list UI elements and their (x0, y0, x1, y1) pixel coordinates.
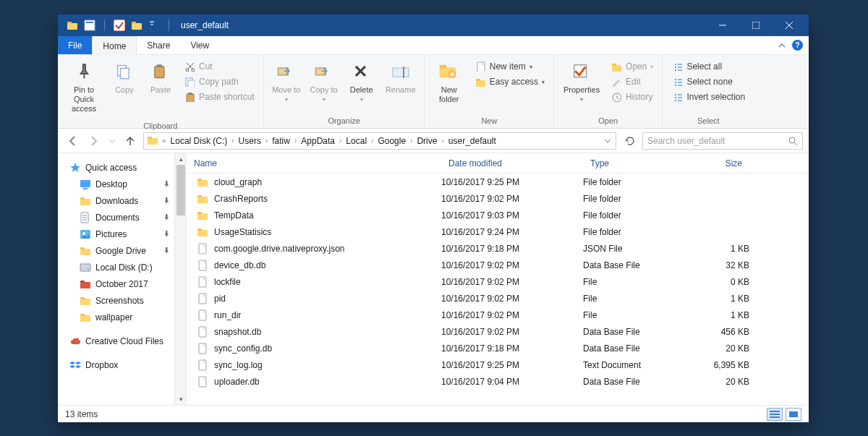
close-button[interactable] (773, 14, 806, 36)
sidebar-scrollbar[interactable]: ▴ ▾ (174, 153, 186, 405)
scroll-down-icon[interactable]: ▾ (175, 393, 187, 405)
properties-button[interactable]: Properties▾ (560, 58, 603, 106)
breadcrumb-segment[interactable]: fatiw (268, 136, 294, 146)
collapse-ribbon-icon[interactable] (778, 41, 786, 50)
scroll-thumb[interactable] (176, 165, 185, 215)
copy-button[interactable]: Copy (109, 58, 140, 98)
new-item-button[interactable]: New item ▾ (472, 59, 548, 74)
titlebar[interactable]: user_default (58, 14, 809, 36)
sidebar-item[interactable]: Downloads (58, 192, 186, 209)
breadcrumb-segment[interactable]: AppData (297, 136, 339, 146)
file-row[interactable]: com.google.drive.nativeproxy.json10/16/2… (187, 240, 809, 257)
breadcrumb-segment[interactable]: Users (235, 136, 265, 146)
sidebar-item[interactable]: Documents (58, 209, 186, 226)
sidebar-item[interactable]: Local Disk (D:) (58, 259, 186, 275)
breadcrumb-segment[interactable]: user_default (445, 136, 500, 146)
minimize-button[interactable] (706, 14, 739, 36)
search-icon[interactable] (788, 136, 798, 146)
sidebar-item[interactable]: Screenshots (58, 292, 186, 309)
file-date: 10/16/2017 9:18 PM (441, 343, 583, 354)
nav-back-button[interactable] (64, 132, 81, 150)
open-button[interactable]: Open ▾ (608, 59, 656, 74)
col-type[interactable]: Type (583, 158, 677, 168)
file-row[interactable]: TempData10/16/2017 9:03 PMFile folder (187, 207, 809, 223)
invert-selection-button[interactable]: Invert selection (668, 90, 748, 104)
file-size: 456 KB (677, 327, 749, 337)
pin-to-quick-access-button[interactable]: Pin to Quick access (64, 58, 104, 117)
file-row[interactable]: sync_log.log10/16/2017 9:25 PMText Docum… (187, 356, 809, 373)
delete-button[interactable]: Delete▾ (345, 58, 378, 106)
file-icon (197, 326, 208, 338)
search-box[interactable] (642, 132, 803, 150)
file-row[interactable]: cloud_graph10/16/2017 9:25 PMFile folder (187, 174, 809, 190)
file-row[interactable]: device_db.db10/16/2017 9:02 PMData Base … (187, 257, 809, 273)
move-to-button[interactable]: Move to▾ (270, 58, 303, 106)
svg-rect-38 (403, 67, 404, 78)
col-name[interactable]: Name (187, 158, 441, 168)
file-row[interactable]: sync_config.db10/16/2017 9:18 PMData Bas… (187, 340, 809, 356)
breadcrumb-segment[interactable]: Google (374, 136, 409, 146)
select-all-button[interactable]: Select all (668, 59, 748, 74)
nav-forward-button[interactable] (85, 132, 103, 150)
tab-file[interactable]: File (58, 36, 92, 54)
file-row[interactable]: uploader.db10/16/2017 9:04 PMData Base F… (187, 373, 809, 390)
column-headers[interactable]: Name Date modified Type Size (187, 153, 809, 174)
folder-icon[interactable] (131, 20, 142, 31)
select-none-button[interactable]: Select none (668, 74, 748, 89)
cut-button[interactable]: Cut (181, 59, 258, 74)
breadcrumb[interactable]: « Local Disk (C:)›Users›fatiw›AppData›Lo… (143, 132, 616, 150)
col-date[interactable]: Date modified (441, 158, 583, 168)
easy-access-button[interactable]: Easy access ▾ (472, 74, 548, 89)
file-date: 10/16/2017 9:02 PM (441, 260, 583, 270)
help-button[interactable]: ? (792, 40, 803, 51)
nav-recent-button[interactable] (107, 132, 117, 150)
open-icon (611, 61, 621, 72)
file-type: File (583, 277, 677, 287)
file-explorer-window: user_default File Home Share View ? Pin … (58, 14, 809, 422)
refresh-button[interactable] (621, 132, 638, 150)
tab-home[interactable]: Home (92, 36, 137, 55)
copy-to-button[interactable]: Copy to▾ (307, 58, 341, 106)
breadcrumb-segment[interactable]: Local Disk (C:) (167, 136, 231, 146)
col-size[interactable]: Size (677, 158, 749, 168)
sidebar-item[interactable]: Desktop (58, 176, 186, 192)
sidebar-item[interactable]: October 2017 (58, 275, 186, 292)
sidebar-creative-cloud[interactable]: Creative Cloud Files (58, 333, 186, 349)
history-button[interactable]: History (608, 90, 656, 104)
new-folder-button[interactable]: New folder (431, 58, 467, 107)
qat-dropdown-icon[interactable] (148, 20, 160, 31)
file-date: 10/16/2017 9:18 PM (441, 244, 583, 254)
sidebar-dropbox[interactable]: Dropbox (58, 356, 186, 373)
file-row[interactable]: pid10/16/2017 9:02 PMFile1 KB (187, 290, 809, 307)
file-type: Data Base File (583, 377, 677, 387)
copy-path-button[interactable]: Copy path (181, 74, 258, 89)
sidebar-item[interactable]: Google Drive (58, 242, 186, 259)
breadcrumb-segment[interactable]: Drive (413, 136, 441, 146)
details-view-button[interactable] (767, 408, 783, 421)
sidebar-quick-access[interactable]: Quick access (58, 159, 186, 176)
edit-button[interactable]: Edit (608, 74, 656, 89)
sidebar-item[interactable]: Pictures (58, 226, 186, 242)
file-row[interactable]: run_dir10/16/2017 9:02 PMFile1 KB (187, 307, 809, 323)
sidebar-item[interactable]: wallpaper (58, 309, 186, 325)
breadcrumb-segment[interactable]: Local (342, 136, 370, 146)
search-input[interactable] (647, 136, 788, 146)
file-name: pid (214, 294, 226, 304)
file-row[interactable]: lockfile10/16/2017 9:02 PMFile0 KB (187, 273, 809, 290)
scroll-up-icon[interactable]: ▴ (175, 153, 187, 165)
breadcrumb-chevron[interactable]: « (161, 137, 167, 145)
properties-icon[interactable] (84, 20, 95, 31)
paste-shortcut-button[interactable]: Paste shortcut (181, 90, 258, 104)
chevron-down-icon[interactable] (604, 137, 611, 145)
nav-up-button[interactable] (122, 132, 139, 150)
large-icons-view-button[interactable] (786, 408, 801, 421)
file-row[interactable]: CrashReports10/16/2017 9:02 PMFile folde… (187, 190, 809, 207)
maximize-button[interactable] (739, 14, 773, 36)
paste-button[interactable]: Paste (145, 58, 176, 98)
tab-view[interactable]: View (180, 36, 219, 54)
file-row[interactable]: UsageStatisics10/16/2017 9:24 PMFile fol… (187, 223, 809, 240)
file-row[interactable]: snapshot.db10/16/2017 9:02 PMData Base F… (187, 323, 809, 340)
rename-button[interactable]: Rename (383, 58, 419, 98)
tab-share[interactable]: Share (137, 36, 180, 54)
checked-icon[interactable] (114, 20, 125, 31)
